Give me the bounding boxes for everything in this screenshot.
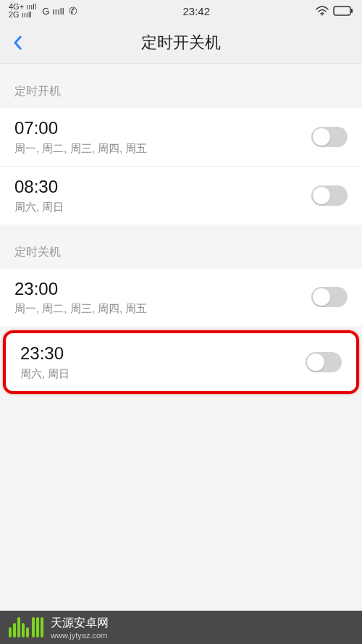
- network-2g: 2G: [9, 10, 20, 19]
- network-g: G: [42, 6, 49, 17]
- status-time: 23:42: [183, 5, 211, 17]
- watermark-url: www.jytyaz.com: [51, 631, 353, 640]
- svg-rect-2: [351, 9, 353, 13]
- watermark-logo-icon: [9, 617, 43, 637]
- schedule-time: 23:30: [20, 343, 306, 364]
- toggle-switch[interactable]: [306, 352, 342, 372]
- wifi-icon: [316, 6, 329, 16]
- schedule-row[interactable]: 07:00 周一, 周二, 周三, 周四, 周五: [0, 108, 362, 167]
- schedule-days: 周六, 周日: [20, 367, 306, 381]
- schedule-row[interactable]: 08:30 周六, 周日: [0, 167, 362, 225]
- toggle-switch[interactable]: [311, 185, 348, 206]
- status-left: 4G+ ıııll 2G ıııll G ıııll ✆: [9, 3, 77, 19]
- status-bar: 4G+ ıııll 2G ıııll G ıııll ✆ 23:42: [0, 0, 362, 22]
- chevron-left-icon: [13, 34, 23, 51]
- highlighted-row-box: 23:30 周六, 周日: [3, 330, 359, 394]
- schedule-row[interactable]: 23:00 周一, 周二, 周三, 周四, 周五: [0, 269, 362, 327]
- schedule-row[interactable]: 23:30 周六, 周日: [6, 333, 356, 391]
- schedule-time: 07:00: [14, 118, 311, 139]
- schedule-days: 周一, 周二, 周三, 周四, 周五: [14, 142, 311, 156]
- watermark-bar: 天源安卓网 www.jytyaz.com: [0, 611, 362, 644]
- section-header-power-on: 定时开机: [0, 64, 362, 108]
- section-header-power-off: 定时关机: [0, 225, 362, 269]
- schedule-days: 周一, 周二, 周三, 周四, 周五: [14, 302, 311, 316]
- power-on-list: 07:00 周一, 周二, 周三, 周四, 周五 08:30 周六, 周日: [0, 108, 362, 225]
- phone-icon: ✆: [69, 5, 77, 17]
- schedule-time: 23:00: [14, 279, 311, 300]
- status-right: [316, 6, 353, 16]
- toggle-switch[interactable]: [311, 127, 348, 147]
- back-button[interactable]: [0, 22, 36, 64]
- svg-point-0: [321, 14, 323, 16]
- schedule-time: 08:30: [14, 177, 311, 198]
- toggle-switch[interactable]: [311, 287, 348, 307]
- watermark-title: 天源安卓网: [51, 616, 353, 631]
- svg-rect-1: [334, 7, 350, 15]
- power-off-list: 23:00 周一, 周二, 周三, 周四, 周五: [0, 269, 362, 327]
- schedule-days: 周六, 周日: [14, 201, 311, 214]
- battery-icon: [333, 6, 353, 16]
- nav-bar: 定时开关机: [0, 22, 362, 64]
- page-title: 定时开关机: [0, 32, 362, 54]
